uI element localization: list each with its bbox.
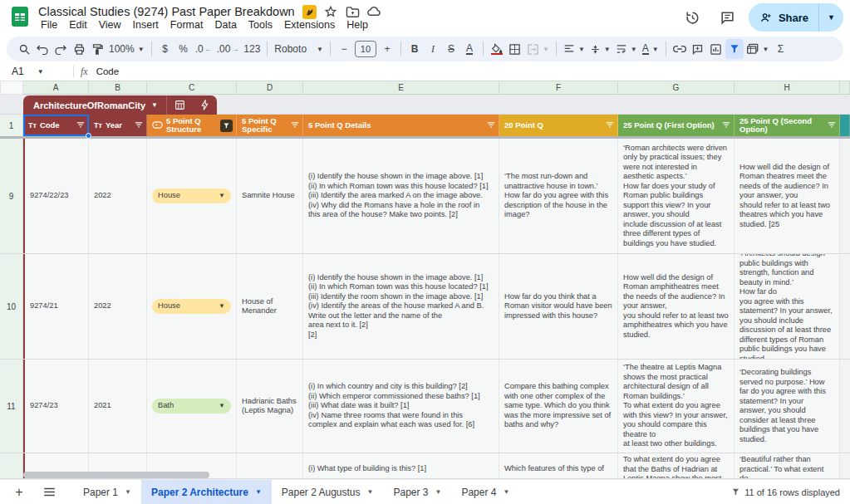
header-cell-specific[interactable]: 5 Point Q Specific — [237, 115, 303, 136]
functions-button[interactable]: Σ — [772, 39, 790, 59]
comment-history-icon[interactable] — [714, 3, 742, 32]
horizontal-scrollbar[interactable] — [23, 472, 209, 478]
increase-decimal-button[interactable]: .00→ — [214, 39, 242, 59]
cell-code[interactable]: 9274/23 — [23, 360, 89, 453]
header-cell-25first[interactable]: 25 Point Q (First Option) — [618, 115, 735, 136]
print-button[interactable] — [70, 39, 88, 59]
cell-25first[interactable]: ‘The theatre at Leptis Magna shows the m… — [618, 360, 735, 453]
menu-extensions[interactable]: Extensions — [278, 18, 341, 32]
dropdown-chip[interactable]: House▼ — [152, 299, 231, 314]
text-rotation-button[interactable]: A▼ — [640, 39, 661, 59]
search-icon[interactable] — [15, 39, 33, 59]
star-icon[interactable] — [324, 5, 338, 19]
tab-paper-3[interactable]: Paper 3▼ — [383, 480, 451, 504]
menu-help[interactable]: Help — [341, 18, 374, 32]
tab-paper-2-augustus[interactable]: Paper 2 Augustus▼ — [272, 480, 384, 504]
column-header-i[interactable] — [840, 81, 850, 95]
dropdown-chip[interactable]: Bath▼ — [152, 399, 231, 413]
header-cell-next-column[interactable] — [840, 115, 850, 136]
header-cell-20pointq[interactable]: 20 Point Q — [499, 115, 618, 136]
share-dropdown-caret[interactable]: ▼ — [819, 3, 843, 32]
tab-caret-icon[interactable]: ▼ — [125, 488, 131, 496]
dropdown-chip[interactable]: House▼ — [152, 188, 231, 203]
bold-button[interactable]: B — [405, 39, 424, 59]
filter-icon-year[interactable] — [135, 121, 143, 130]
row-number[interactable] — [0, 453, 23, 478]
table-name-chip[interactable]: ArchitectureOfRomanCity ▼ — [23, 95, 217, 115]
row-number-1[interactable]: 1 — [0, 115, 23, 136]
name-box[interactable]: A1 ▼ — [0, 66, 66, 77]
menu-edit[interactable]: Edit — [63, 18, 93, 32]
cell-25first[interactable]: To what extent do you agree that the Bat… — [618, 453, 735, 478]
tab-caret-icon[interactable]: ▼ — [503, 488, 509, 496]
cell-structure[interactable]: House▼ — [147, 139, 237, 253]
filter-icon-details[interactable] — [487, 121, 495, 130]
borders-button[interactable] — [506, 39, 524, 59]
table-grid-icon[interactable] — [166, 95, 193, 115]
format-percent-button[interactable]: % — [174, 39, 193, 59]
merge-cells-button[interactable]: ▼ — [524, 39, 552, 59]
decrease-decimal-button[interactable]: .0← — [193, 39, 214, 59]
insert-link-button[interactable] — [671, 39, 689, 59]
tab-caret-icon[interactable]: ▼ — [435, 488, 442, 496]
cell-code[interactable]: 9274/22/23 — [23, 139, 89, 253]
text-color-button[interactable]: A — [460, 39, 479, 59]
vertical-align-button[interactable]: ▼ — [587, 39, 613, 59]
header-cell-details[interactable]: 5 Point Q Details — [303, 115, 499, 136]
header-cell-code[interactable]: Tт Code — [23, 115, 89, 136]
menu-insert[interactable]: Insert — [127, 18, 165, 32]
filter-icon-25second[interactable] — [828, 121, 836, 130]
tab-paper-2-architecture[interactable]: Paper 2 Architecture▼ — [141, 480, 272, 504]
zoom-select[interactable]: 100%▼ — [106, 39, 147, 59]
text-wrap-button[interactable]: ▼ — [613, 39, 640, 59]
column-header-f[interactable]: F — [499, 81, 618, 95]
column-header-d[interactable]: D — [237, 81, 303, 95]
menu-tools[interactable]: Tools — [243, 18, 278, 32]
cell-details[interactable]: (i) What type of building is this? [1] — [303, 453, 499, 478]
fill-color-button[interactable] — [488, 39, 506, 59]
insert-chart-button[interactable] — [707, 39, 725, 59]
tab-paper-4[interactable]: Paper 4▼ — [451, 480, 519, 504]
cell-next-column[interactable] — [840, 360, 850, 453]
filter-icon-code[interactable] — [76, 121, 85, 130]
row-number[interactable]: 10 — [0, 254, 23, 359]
column-header-e[interactable]: E — [303, 81, 499, 95]
share-button[interactable]: Share ▼ — [749, 3, 843, 32]
format-currency-button[interactable]: $ — [156, 39, 174, 59]
increase-font-size-button[interactable]: + — [378, 39, 396, 59]
paint-format-button[interactable] — [88, 39, 106, 59]
cell-specific[interactable]: Hadrianic Baths (Leptis Magna) — [237, 360, 303, 453]
cell-next-column[interactable] — [840, 139, 850, 253]
version-history-icon[interactable] — [679, 3, 707, 32]
horizontal-align-button[interactable]: ▼ — [561, 39, 587, 59]
cell-25second[interactable]: ‘Decorating buildings served no purpose.… — [735, 360, 840, 453]
menu-format[interactable]: Format — [165, 18, 209, 32]
cell-details[interactable]: (i) Identify the house shown in the imag… — [303, 254, 499, 359]
name-box-caret[interactable]: ▼ — [37, 68, 44, 76]
font-size-input[interactable]: 10 — [355, 41, 376, 57]
cell-year[interactable]: 2022 — [89, 139, 147, 253]
cell-25second[interactable]: ‘Beautiful rather than practical.’ To wh… — [735, 453, 840, 478]
active-filter-icon-structure[interactable] — [220, 120, 233, 132]
font-select[interactable]: Roboto▼ — [272, 39, 326, 59]
cell-year[interactable]: 2022 — [89, 254, 147, 359]
cell-20pointq[interactable]: Compare this bathing complex with one ot… — [499, 360, 618, 453]
tab-caret-icon[interactable]: ▼ — [255, 488, 262, 496]
document-title[interactable]: Classical Studies (9274) Past Paper Brea… — [38, 5, 295, 18]
row-number[interactable]: 9 — [0, 139, 23, 253]
decrease-font-size-button[interactable]: − — [335, 39, 353, 59]
redo-button[interactable] — [52, 39, 70, 59]
create-filter-button[interactable] — [725, 39, 744, 59]
header-cell-25second[interactable]: 25 Point Q (Second Option) — [735, 115, 840, 136]
cell-25second[interactable]: ‘Architects should design public buildin… — [735, 254, 840, 359]
undo-button[interactable] — [33, 39, 52, 59]
cell-25first[interactable]: How well did the design of Roman amphith… — [618, 254, 735, 359]
menu-view[interactable]: View — [93, 18, 127, 32]
all-sheets-icon[interactable] — [38, 482, 60, 503]
filter-icon-20pointq[interactable] — [606, 121, 614, 130]
cloud-saved-icon[interactable] — [367, 5, 381, 19]
italic-button[interactable]: I — [424, 39, 442, 59]
cell-code[interactable]: 9274/21 — [23, 254, 89, 359]
filter-views-button[interactable]: ▼ — [744, 39, 772, 59]
select-all-corner[interactable] — [0, 81, 23, 95]
